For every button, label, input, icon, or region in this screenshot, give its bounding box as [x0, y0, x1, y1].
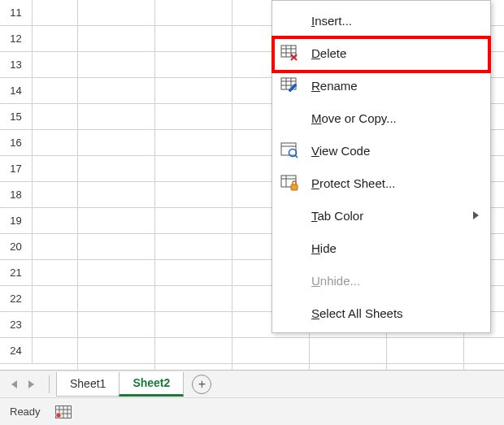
row-header[interactable]: 21 — [0, 260, 33, 286]
menu-label: Rename — [311, 79, 479, 93]
row-header[interactable]: 11 — [0, 0, 33, 26]
cell-row[interactable] — [33, 338, 504, 364]
row-header[interactable]: 14 — [0, 78, 33, 104]
tab-prev-icon[interactable] — [11, 380, 17, 388]
menu-protect-sheet[interactable]: Protect Sheet... — [272, 167, 490, 199]
sheet-tabs-bar: Sheet1 Sheet2 + — [0, 370, 504, 397]
menu-label: Select All Sheets — [311, 306, 479, 320]
row-header[interactable]: 15 — [0, 104, 33, 130]
menu-hide[interactable]: Hide — [272, 232, 490, 264]
sheet-tab-sheet1[interactable]: Sheet1 — [56, 372, 119, 397]
row-header[interactable]: 22 — [0, 286, 33, 312]
row-header[interactable]: 24 — [0, 338, 33, 364]
menu-label: Insert... — [311, 14, 479, 28]
tab-nav — [0, 380, 49, 388]
menu-insert[interactable]: Insert... — [272, 4, 490, 37]
row-header[interactable]: 23 — [0, 312, 33, 338]
svg-rect-7 — [281, 46, 296, 57]
add-sheet-button[interactable]: + — [192, 375, 211, 394]
status-ready: Ready — [10, 405, 41, 418]
tab-divider — [49, 375, 50, 393]
sheet-tab-label: Sheet1 — [70, 377, 106, 390]
svg-point-6 — [55, 412, 60, 417]
menu-view-code[interactable]: View Code — [272, 134, 490, 167]
menu-delete[interactable]: Delete — [272, 37, 490, 69]
menu-rename[interactable]: Rename — [272, 69, 490, 102]
row-header[interactable]: 13 — [0, 52, 33, 78]
menu-label: Hide — [311, 241, 479, 255]
row-header[interactable]: 17 — [0, 156, 33, 182]
macro-record-icon[interactable] — [55, 405, 72, 418]
plus-icon: + — [198, 378, 206, 391]
menu-select-all-sheets[interactable]: Select All Sheets — [272, 297, 490, 329]
menu-label: Protect Sheet... — [311, 176, 479, 190]
svg-rect-26 — [291, 184, 298, 190]
menu-tab-color[interactable]: Tab Color — [272, 199, 490, 232]
row-headers: 1112131415161718192021222324 — [0, 0, 33, 370]
row-header[interactable]: 20 — [0, 234, 33, 260]
menu-label: Tab Color — [311, 209, 473, 223]
chevron-right-icon — [473, 211, 479, 219]
menu-label: Unhide... — [311, 274, 479, 288]
sheet-context-menu: Insert... Delete — [272, 0, 491, 333]
tab-next-icon[interactable] — [28, 380, 34, 388]
view-code-icon — [280, 142, 311, 158]
menu-unhide: Unhide... — [272, 264, 490, 297]
sheet-tab-label: Sheet2 — [133, 376, 170, 389]
menu-label: Delete — [311, 46, 479, 60]
menu-move-or-copy[interactable]: Move or Copy... — [272, 102, 490, 134]
delete-sheet-icon — [280, 45, 311, 61]
sheet-tab-sheet2[interactable]: Sheet2 — [119, 372, 184, 397]
svg-line-22 — [295, 155, 298, 158]
row-header[interactable]: 12 — [0, 26, 33, 52]
status-bar: Ready — [0, 397, 504, 425]
rename-sheet-icon — [280, 77, 311, 93]
menu-label: Move or Copy... — [311, 111, 479, 125]
row-header[interactable]: 18 — [0, 182, 33, 208]
row-header[interactable]: 16 — [0, 130, 33, 156]
protect-sheet-icon — [280, 175, 311, 191]
row-header[interactable]: 19 — [0, 208, 33, 234]
menu-label: View Code — [311, 144, 479, 158]
